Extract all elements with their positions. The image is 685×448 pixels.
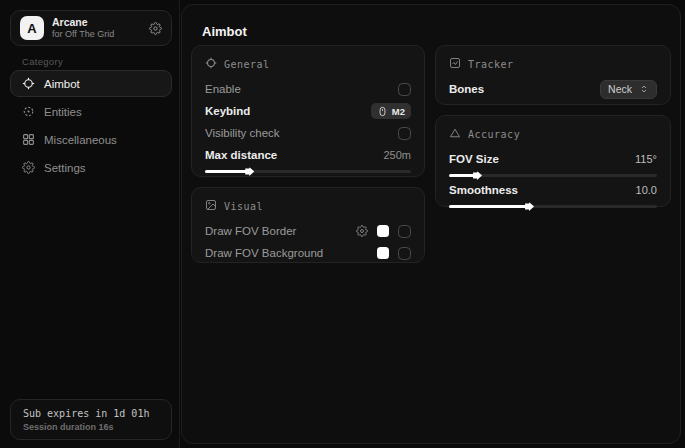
image-icon <box>205 199 217 213</box>
keybind-button[interactable]: M2 <box>371 103 411 119</box>
smoothness-slider[interactable] <box>449 205 657 208</box>
bones-label: Bones <box>449 83 484 95</box>
sidebar-item-label: Aimbot <box>44 78 80 90</box>
gear-icon[interactable] <box>356 225 368 237</box>
brand-logo: A <box>20 16 44 40</box>
brand-text: Arcane for Off The Grid <box>52 16 114 40</box>
sidebar-item-label: Entities <box>44 106 82 118</box>
accuracy-card-header: Accuracy <box>449 126 657 142</box>
slider-fill <box>449 174 476 177</box>
activity-icon <box>449 57 461 71</box>
category-label: Category <box>22 56 63 67</box>
radar-icon <box>22 105 35 118</box>
general-card-header: General <box>205 56 411 72</box>
brand-name: Arcane <box>52 16 114 29</box>
fov-background-row: Draw FOV Background <box>205 242 411 264</box>
fov-size-value: 115° <box>635 153 657 165</box>
visibility-check-checkbox[interactable] <box>398 127 411 140</box>
sub-expires-text: Sub expires in 1d 01h <box>23 408 159 419</box>
brand-card: A Arcane for Off The Grid <box>10 10 172 46</box>
main-panel: Aimbot General Enable Keybind M2 Visibil… <box>181 4 681 444</box>
tracker-card: Tracker Bones Neck <box>435 45 671 105</box>
accuracy-card: Accuracy FOV Size 115° Smoothness 10.0 <box>435 115 671 207</box>
max-distance-value: 250m <box>383 149 411 161</box>
sidebar-item-miscellaneous[interactable]: Miscellaneous <box>10 126 172 153</box>
fov-size-label: FOV Size <box>449 153 499 165</box>
slider-thumb[interactable] <box>525 202 534 211</box>
triangle-icon <box>449 127 461 141</box>
fov-border-color-swatch[interactable] <box>377 225 389 237</box>
crosshair-icon <box>22 77 35 90</box>
gear-icon <box>22 161 35 174</box>
visual-card-header: Visual <box>205 198 411 214</box>
card-title: Tracker <box>468 59 514 70</box>
sidebar-item-entities[interactable]: Entities <box>10 98 172 125</box>
enable-label: Enable <box>205 83 241 95</box>
card-title: Visual <box>224 201 263 212</box>
chevron-up-down-icon <box>639 84 649 94</box>
grid-icon <box>22 133 35 146</box>
sidebar-item-settings[interactable]: Settings <box>10 154 172 181</box>
fov-size-slider[interactable] <box>449 174 657 177</box>
card-title: General <box>224 59 270 70</box>
sidebar-item-label: Settings <box>44 162 86 174</box>
slider-fill <box>449 205 528 208</box>
max-distance-row: Max distance 250m <box>205 144 411 166</box>
sidebar-item-aimbot[interactable]: Aimbot <box>10 70 172 97</box>
fov-background-color-swatch[interactable] <box>377 247 389 259</box>
fov-border-checkbox[interactable] <box>398 225 411 238</box>
smoothness-label: Smoothness <box>449 184 518 196</box>
max-distance-label: Max distance <box>205 149 277 161</box>
keybind-row: Keybind M2 <box>205 100 411 122</box>
card-title: Accuracy <box>468 129 520 140</box>
visibility-check-label: Visibility check <box>205 127 280 139</box>
sidebar-nav: Aimbot Entities Miscellaneous Settings <box>10 70 172 181</box>
fov-border-label: Draw FOV Border <box>205 225 296 237</box>
crosshair-icon <box>205 57 217 71</box>
subscription-card: Sub expires in 1d 01h Session duration 1… <box>10 399 172 440</box>
gear-icon[interactable] <box>149 22 162 35</box>
sidebar-item-label: Miscellaneous <box>44 134 117 146</box>
enable-row: Enable <box>205 78 411 100</box>
brand-subtitle: for Off The Grid <box>52 29 114 40</box>
visibility-check-row: Visibility check <box>205 122 411 144</box>
smoothness-row: Smoothness 10.0 <box>449 179 657 201</box>
session-duration-text: Session duration 16s <box>23 422 159 432</box>
fov-size-row: FOV Size 115° <box>449 148 657 170</box>
bones-select[interactable]: Neck <box>600 80 657 99</box>
fov-border-row: Draw FOV Border <box>205 220 411 242</box>
slider-thumb[interactable] <box>245 167 254 176</box>
bones-value: Neck <box>608 83 632 95</box>
max-distance-slider[interactable] <box>205 170 411 173</box>
slider-fill <box>205 170 248 173</box>
fov-background-checkbox[interactable] <box>398 247 411 260</box>
bones-row: Bones Neck <box>449 78 657 100</box>
visual-card: Visual Draw FOV Border Draw FOV Backgrou… <box>191 187 425 263</box>
keybind-value: M2 <box>392 106 405 117</box>
sidebar: A Arcane for Off The Grid Category Aimbo… <box>0 0 180 448</box>
mouse-icon <box>377 106 388 117</box>
keybind-label: Keybind <box>205 105 250 117</box>
enable-checkbox[interactable] <box>398 83 411 96</box>
smoothness-value: 10.0 <box>636 184 657 196</box>
fov-background-label: Draw FOV Background <box>205 247 323 259</box>
tracker-card-header: Tracker <box>449 56 657 72</box>
page-title: Aimbot <box>202 24 247 39</box>
general-card: General Enable Keybind M2 Visibility che… <box>191 45 425 177</box>
